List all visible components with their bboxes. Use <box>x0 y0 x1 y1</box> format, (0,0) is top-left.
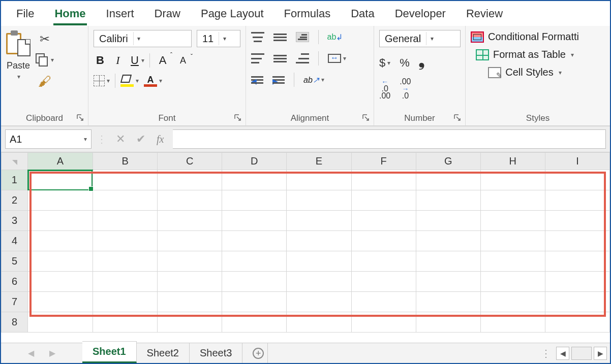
col-header-D[interactable]: D <box>222 153 287 170</box>
tab-formulas[interactable]: Formulas <box>283 5 332 25</box>
orientation-button[interactable]: ab↗▾ <box>303 75 324 85</box>
row-header-2[interactable]: 2 <box>2 190 28 211</box>
col-header-A[interactable]: A <box>28 153 93 170</box>
cell[interactable] <box>222 272 287 292</box>
percent-format-button[interactable]: % <box>400 56 410 70</box>
col-header-F[interactable]: F <box>351 153 416 170</box>
row-header-8[interactable]: 8 <box>2 312 28 333</box>
tab-page-layout[interactable]: Page Layout <box>200 5 265 25</box>
align-bottom-button[interactable] <box>296 32 309 42</box>
cell[interactable] <box>28 190 93 211</box>
formula-input[interactable] <box>173 129 606 149</box>
row-header-6[interactable]: 6 <box>2 272 28 292</box>
col-header-C[interactable]: C <box>158 153 222 170</box>
cell[interactable] <box>222 292 287 312</box>
align-middle-button[interactable] <box>273 32 287 42</box>
cell[interactable] <box>545 231 609 251</box>
cell[interactable] <box>416 190 480 211</box>
scroll-right-button[interactable]: ▶ <box>594 347 607 360</box>
cell[interactable] <box>480 211 545 231</box>
align-left-button[interactable] <box>251 53 264 63</box>
cell[interactable] <box>416 312 480 333</box>
cell[interactable] <box>158 251 222 272</box>
scroll-track[interactable] <box>571 347 592 360</box>
font-name-combo[interactable]: Calibri ▾ <box>94 30 192 47</box>
tab-split-handle[interactable]: ⋮ <box>538 347 554 359</box>
cell[interactable] <box>416 251 480 272</box>
cell[interactable] <box>545 292 609 312</box>
cell[interactable] <box>158 170 222 190</box>
scroll-left-button[interactable]: ◀ <box>556 347 569 360</box>
cell[interactable] <box>480 231 545 251</box>
cell[interactable] <box>545 170 609 190</box>
alignment-dialog-launcher[interactable] <box>361 113 371 122</box>
cell[interactable] <box>28 292 93 312</box>
align-center-button[interactable] <box>273 53 287 63</box>
comma-format-button[interactable]: ❟ <box>419 54 424 71</box>
cell[interactable] <box>287 272 351 292</box>
cell[interactable] <box>545 211 609 231</box>
number-dialog-launcher[interactable] <box>453 113 462 122</box>
cell[interactable] <box>93 170 158 190</box>
cell[interactable] <box>287 312 351 333</box>
cell[interactable] <box>287 211 351 231</box>
cell[interactable] <box>222 170 287 190</box>
cell[interactable] <box>222 231 287 251</box>
cut-button[interactable]: ✂ <box>36 32 54 46</box>
font-dialog-launcher[interactable] <box>233 113 242 122</box>
cell[interactable] <box>93 231 158 251</box>
sheet-nav-next[interactable]: ▶ <box>49 348 55 358</box>
row-header-7[interactable]: 7 <box>2 292 28 312</box>
cell[interactable] <box>351 272 416 292</box>
cell[interactable] <box>351 190 416 211</box>
sheet-tab-2[interactable]: Sheet2 <box>137 343 190 363</box>
merge-center-button[interactable]: ▾ <box>328 54 346 63</box>
cell[interactable] <box>480 292 545 312</box>
paste-button[interactable] <box>6 30 30 58</box>
col-header-G[interactable]: G <box>416 153 480 170</box>
name-box[interactable]: A1 ▾ <box>5 129 91 149</box>
cell[interactable] <box>351 231 416 251</box>
shrink-font-button[interactable]: Aˇ <box>175 55 191 66</box>
row-header-3[interactable]: 3 <box>2 211 28 231</box>
tab-insert[interactable]: Insert <box>105 5 135 25</box>
cell[interactable] <box>93 211 158 231</box>
cell[interactable] <box>222 251 287 272</box>
enter-formula-button[interactable]: ✔ <box>136 133 145 146</box>
cell[interactable] <box>287 292 351 312</box>
cell[interactable] <box>416 231 480 251</box>
cell[interactable] <box>158 211 222 231</box>
col-header-H[interactable]: H <box>480 153 545 170</box>
cell[interactable] <box>93 251 158 272</box>
cell[interactable] <box>28 272 93 292</box>
cell[interactable] <box>480 272 545 292</box>
decrease-indent-button[interactable]: ◀ <box>251 75 263 85</box>
col-header-I[interactable]: I <box>545 153 609 170</box>
row-header-5[interactable]: 5 <box>2 251 28 272</box>
insert-function-button[interactable]: fx <box>157 134 164 145</box>
tab-home[interactable]: Home <box>53 5 86 25</box>
cell[interactable] <box>28 231 93 251</box>
cell[interactable] <box>416 272 480 292</box>
cell[interactable] <box>93 272 158 292</box>
number-format-combo[interactable]: General ▾ <box>379 30 461 47</box>
worksheet-grid[interactable]: A B C D E F G H I 1 2 3 4 5 6 7 8 <box>1 152 610 339</box>
cell[interactable] <box>158 190 222 211</box>
cell[interactable] <box>545 190 609 211</box>
cell[interactable] <box>158 231 222 251</box>
cell[interactable] <box>222 312 287 333</box>
cell[interactable] <box>480 190 545 211</box>
cell[interactable] <box>351 292 416 312</box>
cell[interactable] <box>158 272 222 292</box>
col-header-B[interactable]: B <box>93 153 158 170</box>
cell[interactable] <box>222 211 287 231</box>
cell[interactable] <box>287 231 351 251</box>
row-header-1[interactable]: 1 <box>2 170 28 190</box>
tab-review[interactable]: Review <box>465 5 504 25</box>
cell[interactable] <box>480 251 545 272</box>
cell[interactable] <box>351 170 416 190</box>
cell[interactable] <box>93 292 158 312</box>
format-painter-button[interactable]: 🖌 <box>36 74 54 89</box>
cell[interactable] <box>28 251 93 272</box>
cell[interactable] <box>545 312 609 333</box>
